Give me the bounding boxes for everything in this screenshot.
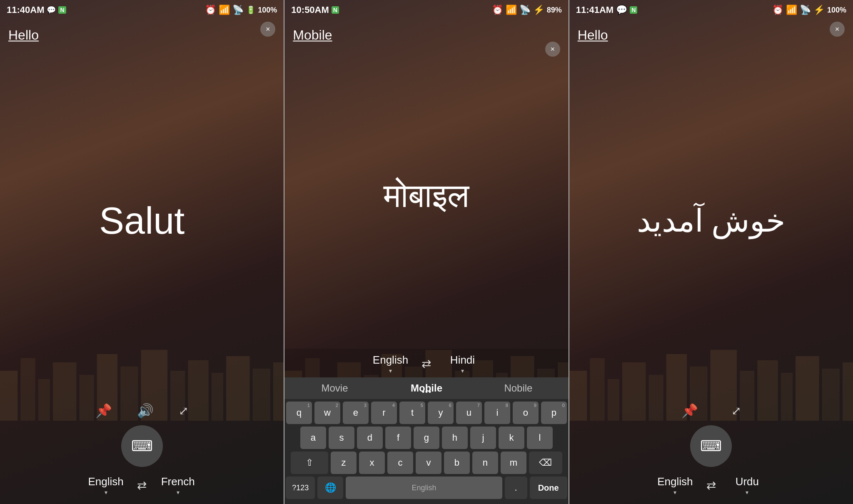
- panel-3: 11:41AM 💬 N ⏰ 📶 📡 ⚡ 100% Hello × خوش آمد…: [569, 0, 853, 504]
- key-m[interactable]: m: [501, 452, 526, 474]
- key-p[interactable]: 0p: [541, 402, 567, 424]
- translation-area-1: Salut: [0, 43, 284, 399]
- key-w[interactable]: 2w: [314, 402, 340, 424]
- key-backspace[interactable]: ⌫: [529, 452, 562, 474]
- battery-icon-1: 🔋: [246, 5, 255, 15]
- key-globe[interactable]: 🌐: [317, 477, 343, 499]
- key-x[interactable]: x: [359, 452, 385, 474]
- key-n[interactable]: n: [472, 452, 498, 474]
- key-row-1: 1q 2w 3e 4r 5t 6y 7u 8i 9o 0p: [286, 402, 567, 424]
- key-z[interactable]: z: [331, 452, 357, 474]
- alarm-icon-3: ⏰: [772, 5, 783, 15]
- right-status-icons-3: ⏰ 📶 📡 ⚡ 100%: [772, 5, 846, 15]
- key-num-p: 0: [562, 403, 565, 408]
- close-btn-2[interactable]: ×: [545, 42, 560, 57]
- lang-to-label-2: Hindi: [450, 354, 475, 367]
- translation-area-2: मोबाइल: [284, 43, 568, 349]
- autocomplete-word-2[interactable]: Nobile: [472, 382, 564, 394]
- key-v[interactable]: v: [416, 452, 441, 474]
- key-row-4: ?123 🌐 English . Done: [286, 477, 567, 499]
- key-e[interactable]: 3e: [343, 402, 369, 424]
- input-word-1: Hello: [0, 20, 284, 43]
- keyboard-circle-wrapper-1: ⌨: [8, 425, 275, 467]
- key-d[interactable]: d: [357, 427, 383, 449]
- wifi-icon-3: 📶: [786, 5, 797, 15]
- swap-btn-3[interactable]: ⇄: [706, 479, 716, 492]
- key-g[interactable]: g: [414, 427, 439, 449]
- lang-to-arrow-3: ▾: [746, 489, 748, 496]
- key-b[interactable]: b: [444, 452, 470, 474]
- icons-row-1: 📌 🔊 ⤢: [8, 403, 275, 419]
- translation-word-2: मोबाइल: [384, 177, 469, 215]
- pin-btn-3[interactable]: 📌: [681, 403, 698, 419]
- lang-from-label-1: English: [88, 475, 124, 488]
- key-h[interactable]: h: [442, 427, 468, 449]
- panel-1: 11:40AM 💬 N ⏰ 📶 📡 🔋 100% Hello × Salut 📌…: [0, 0, 284, 504]
- time-1: 11:40AM: [7, 5, 44, 15]
- status-icons-1: 💬 N: [47, 5, 66, 15]
- key-r[interactable]: 4r: [371, 402, 397, 424]
- battery-icon-3: ⚡: [813, 5, 825, 15]
- lang-to-label-3: Urdu: [736, 475, 759, 488]
- lang-from-item-2[interactable]: English ▾: [367, 354, 413, 374]
- lang-from-item-1[interactable]: English ▾: [83, 475, 129, 496]
- key-j[interactable]: j: [470, 427, 496, 449]
- key-a[interactable]: a: [300, 427, 326, 449]
- key-c[interactable]: c: [387, 452, 413, 474]
- autocomplete-dots: [422, 391, 431, 393]
- lang-from-item-3[interactable]: English ▾: [652, 475, 698, 496]
- pin-btn-1[interactable]: 📌: [95, 403, 112, 419]
- keyboard-btn-1[interactable]: ⌨: [121, 425, 163, 467]
- key-done[interactable]: Done: [530, 477, 567, 499]
- input-word-3: Hello: [569, 20, 853, 43]
- key-u[interactable]: 7u: [456, 402, 482, 424]
- lang-to-item-1[interactable]: French ▾: [155, 475, 201, 496]
- key-y[interactable]: 6y: [428, 402, 454, 424]
- key-l[interactable]: l: [527, 427, 553, 449]
- key-row-3: ⇧ z x c v b n m ⌫: [286, 452, 567, 474]
- right-status-icons-2: ⏰ 📶 📡 ⚡ 89%: [492, 5, 562, 15]
- time-2: 10:50AM: [291, 5, 329, 15]
- keyboard-btn-3[interactable]: ⌨: [690, 425, 732, 467]
- lang-to-arrow-2: ▾: [461, 367, 464, 374]
- close-btn-3[interactable]: ×: [830, 22, 845, 37]
- whatsapp-icon-1: 💬: [47, 5, 56, 15]
- lang-to-item-2[interactable]: Hindi ▾: [439, 354, 485, 374]
- lang-from-label-2: English: [373, 354, 408, 367]
- status-bar-2: 10:50AM N ⏰ 📶 📡 ⚡ 89%: [284, 0, 568, 20]
- whatsapp-icon-3: 💬: [616, 5, 627, 15]
- key-period[interactable]: .: [505, 477, 527, 499]
- lang-to-arrow-1: ▾: [177, 489, 180, 496]
- lang-to-item-3[interactable]: Urdu ▾: [724, 475, 770, 496]
- swap-btn-2[interactable]: ⇄: [422, 357, 431, 371]
- key-i[interactable]: 8i: [484, 402, 510, 424]
- key-space[interactable]: English: [346, 477, 502, 499]
- volume-btn-1[interactable]: 🔊: [137, 403, 154, 419]
- key-t[interactable]: 5t: [399, 402, 425, 424]
- swap-btn-1[interactable]: ⇄: [137, 479, 147, 492]
- battery-icon-2: ⚡: [533, 5, 544, 15]
- key-shift[interactable]: ⇧: [291, 452, 328, 474]
- key-num-t: 5: [421, 403, 423, 408]
- wifi-icon-1: 📶: [219, 5, 230, 15]
- battery-pct-2: 89%: [547, 6, 562, 15]
- lang-from-arrow-3: ▾: [673, 489, 676, 496]
- key-num-u: 7: [477, 403, 480, 408]
- expand-btn-3[interactable]: ⤢: [731, 404, 741, 418]
- notification-icon-1: N: [58, 6, 66, 14]
- key-num-y: 6: [449, 403, 451, 408]
- translation-area-3: خوش آمدید: [569, 43, 853, 399]
- key-k[interactable]: k: [499, 427, 524, 449]
- key-q[interactable]: 1q: [286, 402, 312, 424]
- time-3: 11:41AM: [576, 5, 614, 15]
- autocomplete-word-0[interactable]: Movie: [289, 382, 380, 394]
- status-icons-3: 💬 N: [616, 5, 637, 15]
- key-f[interactable]: f: [385, 427, 411, 449]
- status-icons-2: N: [332, 6, 339, 14]
- key-special[interactable]: ?123: [286, 477, 315, 499]
- key-s[interactable]: s: [329, 427, 354, 449]
- key-num-r: 4: [392, 403, 395, 408]
- expand-btn-1[interactable]: ⤢: [179, 404, 188, 418]
- key-o[interactable]: 9o: [513, 402, 539, 424]
- battery-pct-1: 100%: [258, 6, 277, 15]
